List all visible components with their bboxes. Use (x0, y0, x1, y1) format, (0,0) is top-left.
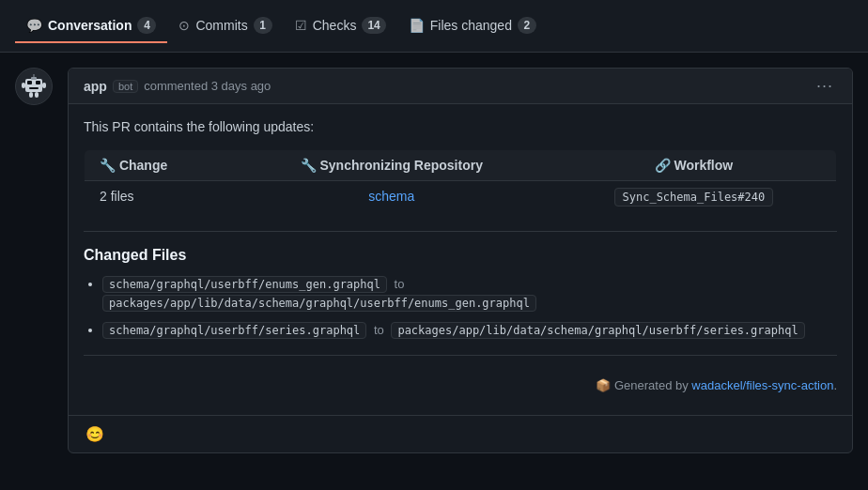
section-divider (84, 231, 837, 232)
table-header-workflow: 🔗 Workflow (551, 150, 837, 181)
tab-conversation[interactable]: 💬 Conversation 4 (15, 9, 167, 43)
table-header-change: 🔧 Change (85, 150, 232, 181)
tab-commits[interactable]: ⊙ Commits 1 (167, 9, 283, 43)
to-text-2: to (374, 323, 384, 337)
avatar-column (15, 68, 53, 453)
tab-conversation-label: Conversation (48, 18, 132, 33)
comment-author: app (84, 79, 107, 94)
bot-avatar (15, 68, 53, 105)
svg-rect-9 (29, 92, 33, 98)
main-content: app bot commented 3 days ago ··· This PR… (0, 53, 868, 468)
file-from-2: schema/graphql/userbff/series.graphql (102, 322, 366, 339)
file-to-2: packages/app/lib/data/schema/graphql/use… (391, 322, 804, 339)
conversation-badge: 4 (137, 17, 156, 34)
commits-badge: 1 (254, 17, 272, 34)
to-text-1: to (395, 277, 405, 291)
table-header-sync: 🔧 Synchronizing Repository (232, 150, 551, 181)
reaction-bar: 😊 (69, 415, 852, 452)
changed-files-title: Changed Files (84, 247, 837, 264)
svg-rect-8 (42, 83, 46, 88)
generated-link[interactable]: wadackel/files-sync-action (691, 378, 833, 392)
emoji-icon: 😊 (85, 426, 104, 442)
schema-link[interactable]: schema (368, 189, 414, 204)
file-to-1: packages/app/lib/data/schema/graphql/use… (102, 295, 536, 312)
workflow-badge: Sync_Schema_Files#240 (614, 188, 774, 207)
svg-rect-6 (34, 74, 35, 77)
svg-rect-4 (29, 87, 39, 89)
list-item: schema/graphql/userbff/series.graphql to… (102, 321, 837, 340)
comment-intro-text: This PR contains the following updates: (84, 119, 837, 134)
tab-bar: 💬 Conversation 4 ⊙ Commits 1 ☑ Checks 14… (0, 0, 868, 53)
workflow-icon: 🔗 (655, 158, 671, 173)
tab-checks-label: Checks (313, 18, 357, 33)
generated-footer: 📦 Generated by wadackel/files-sync-actio… (84, 371, 837, 400)
table-cell-workflow: Sync_Schema_Files#240 (551, 181, 837, 212)
file-from-1: schema/graphql/userbff/enums_gen.graphql (102, 276, 387, 293)
files-badge: 2 (518, 17, 536, 34)
svg-rect-7 (22, 83, 25, 88)
footer-divider (84, 355, 837, 356)
commits-icon: ⊙ (178, 18, 190, 33)
comment-time: commented 3 days ago (144, 79, 271, 93)
table-row: 2 files schema Sync_Schema_Files#240 (85, 181, 837, 212)
table-cell-schema: schema (232, 181, 551, 212)
tab-files-label: Files changed (430, 18, 512, 33)
files-icon: 📄 (409, 18, 425, 33)
comment-box: app bot commented 3 days ago ··· This PR… (68, 68, 853, 453)
change-icon: 🔧 (100, 158, 116, 173)
checks-badge: 14 (362, 17, 385, 34)
comment-header-left: app bot commented 3 days ago (84, 79, 271, 94)
changed-files-list: schema/graphql/userbff/enums_gen.graphql… (84, 275, 837, 340)
generated-suffix: . (833, 378, 837, 392)
generated-prefix: 📦 Generated by (596, 378, 691, 392)
sync-icon: 🔧 (301, 158, 317, 173)
more-options-button[interactable]: ··· (813, 76, 837, 96)
sync-table: 🔧 Change 🔧 Synchronizing Repository 🔗 Wo… (84, 149, 837, 212)
reaction-button[interactable]: 😊 (84, 423, 106, 445)
svg-rect-5 (31, 77, 37, 80)
table-cell-files: 2 files (85, 181, 232, 212)
svg-rect-10 (35, 92, 39, 98)
tab-checks[interactable]: ☑ Checks 14 (284, 9, 397, 43)
tab-files-changed[interactable]: 📄 Files changed 2 (397, 9, 548, 43)
bot-badge: bot (113, 80, 138, 93)
svg-rect-3 (36, 81, 40, 84)
tab-commits-label: Commits (195, 18, 247, 33)
checks-icon: ☑ (295, 18, 307, 33)
svg-rect-2 (27, 81, 32, 84)
conversation-icon: 💬 (26, 18, 42, 33)
comment-body: This PR contains the following updates: … (69, 104, 852, 415)
comment-header: app bot commented 3 days ago ··· (69, 69, 852, 104)
list-item: schema/graphql/userbff/enums_gen.graphql… (102, 275, 837, 312)
